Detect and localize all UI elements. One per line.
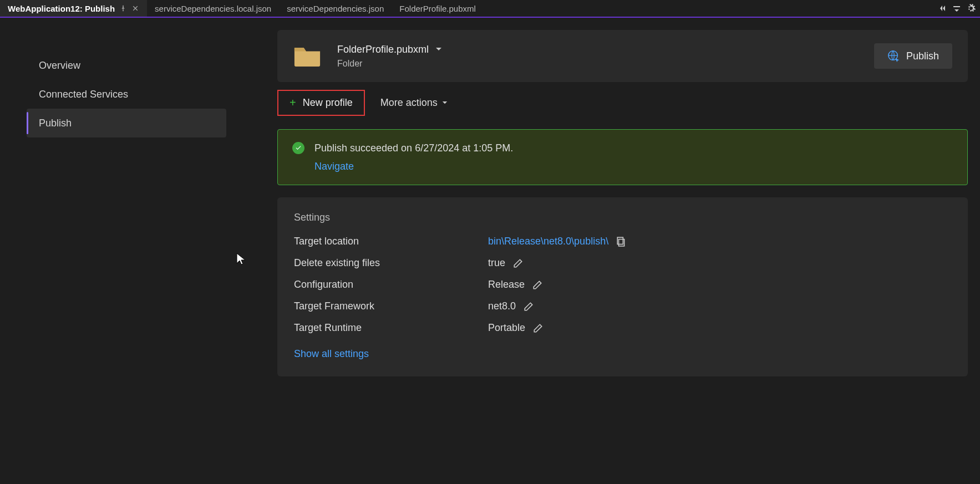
tab-label: serviceDependencies.local.json [155, 4, 271, 13]
settings-title: Settings [294, 212, 951, 223]
action-row: + New profile More actions [277, 90, 968, 116]
profile-selector[interactable]: FolderProfile.pubxml [337, 44, 442, 55]
tab-service-deps-local[interactable]: serviceDependencies.local.json [147, 0, 279, 17]
profile-type: Folder [337, 59, 442, 69]
settings-panel: Settings Target location bin\Release\net… [277, 197, 968, 376]
setting-value-target-framework: net8.0 [488, 300, 951, 312]
tab-folder-profile-pubxml[interactable]: FolderProfile.pubxml [392, 0, 484, 17]
globe-publish-icon [887, 50, 900, 62]
new-profile-label: New profile [303, 97, 353, 109]
edit-icon[interactable] [533, 323, 543, 333]
pin-icon[interactable] [119, 4, 127, 12]
sidebar-item-label: Overview [39, 60, 80, 72]
new-profile-button[interactable]: + New profile [277, 90, 365, 116]
edit-icon[interactable] [513, 258, 523, 268]
folder-icon [293, 44, 322, 68]
setting-value-text: true [488, 257, 505, 269]
chevron-down-icon [442, 101, 448, 105]
copy-icon[interactable] [616, 237, 626, 247]
sidebar: Overview Connected Services Publish [0, 18, 265, 483]
navigate-link[interactable]: Navigate [314, 161, 953, 172]
more-actions-dropdown[interactable]: More actions [377, 91, 451, 114]
more-actions-label: More actions [380, 97, 438, 109]
tab-service-deps[interactable]: serviceDependencies.json [279, 0, 392, 17]
sidebar-item-label: Connected Services [39, 89, 128, 100]
setting-label-configuration: Configuration [294, 279, 488, 291]
show-all-settings-link[interactable]: Show all settings [294, 348, 951, 360]
setting-value-delete-existing: true [488, 257, 951, 269]
setting-value-text: Portable [488, 322, 525, 334]
tab-publish[interactable]: WebApplication12: Publish [0, 0, 147, 17]
target-location-link[interactable]: bin\Release\net8.0\publish\ [488, 236, 608, 247]
setting-value-target-runtime: Portable [488, 322, 951, 334]
tab-label: WebApplication12: Publish [8, 4, 115, 13]
tab-label: serviceDependencies.json [287, 4, 384, 13]
close-icon[interactable] [131, 4, 139, 12]
status-banner: Publish succeeded on 6/27/2024 at 1:05 P… [277, 129, 968, 185]
profile-name: FolderProfile.pubxml [337, 44, 429, 55]
sidebar-item-publish[interactable]: Publish [27, 109, 226, 137]
tab-label: FolderProfile.pubxml [399, 4, 476, 13]
setting-label-target-location: Target location [294, 236, 488, 247]
setting-value-target-location: bin\Release\net8.0\publish\ [488, 236, 951, 247]
publish-button-label: Publish [906, 50, 939, 62]
setting-label-delete-existing: Delete existing files [294, 257, 488, 269]
setting-label-target-runtime: Target Runtime [294, 322, 488, 334]
dropdown-icon[interactable] [951, 3, 962, 14]
gear-icon[interactable] [966, 3, 977, 14]
edit-icon[interactable] [524, 302, 534, 312]
status-message: Publish succeeded on 6/27/2024 at 1:05 P… [314, 142, 513, 154]
setting-value-text: Release [488, 279, 525, 291]
tab-bar: WebApplication12: Publish serviceDepende… [0, 0, 980, 18]
chevron-down-icon [435, 47, 442, 52]
sidebar-item-overview[interactable]: Overview [27, 51, 226, 80]
edit-icon[interactable] [532, 280, 542, 290]
setting-value-configuration: Release [488, 279, 951, 291]
profile-header: FolderProfile.pubxml Folder Publish [277, 30, 968, 82]
sidebar-item-label: Publish [39, 118, 72, 129]
plus-icon: + [290, 96, 296, 109]
setting-value-text: net8.0 [488, 300, 516, 312]
publish-button[interactable]: Publish [874, 43, 952, 69]
sidebar-item-connected-services[interactable]: Connected Services [27, 80, 226, 109]
overflow-left-icon[interactable] [937, 3, 948, 14]
success-check-icon [292, 142, 304, 154]
setting-label-target-framework: Target Framework [294, 300, 488, 312]
content-area: FolderProfile.pubxml Folder Publish [265, 18, 980, 483]
